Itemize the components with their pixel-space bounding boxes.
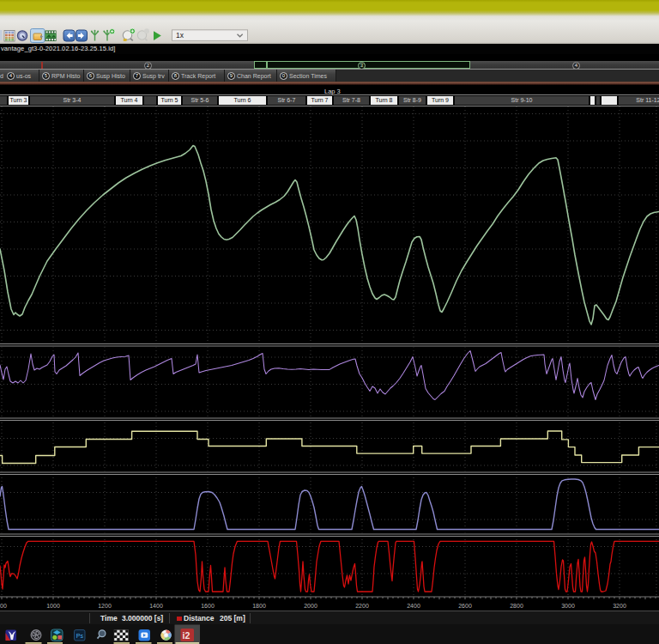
svg-text:2800: 2800 xyxy=(510,603,523,609)
svg-text:1200: 1200 xyxy=(98,603,112,609)
svg-text:3000: 3000 xyxy=(561,603,575,609)
svg-text:2400: 2400 xyxy=(407,603,420,609)
svg-text:2600: 2600 xyxy=(458,603,472,609)
svg-text:2200: 2200 xyxy=(355,603,369,609)
svg-text:800: 800 xyxy=(0,603,7,609)
svg-text:1x: 1x xyxy=(176,31,184,39)
svg-text:2000: 2000 xyxy=(304,603,317,609)
svg-text:i2: i2 xyxy=(183,630,190,641)
svg-text:1400: 1400 xyxy=(149,603,163,609)
svg-text:3200: 3200 xyxy=(613,603,626,609)
svg-text:1600: 1600 xyxy=(201,603,215,609)
svg-text:1000: 1000 xyxy=(46,603,60,609)
svg-text:Ps: Ps xyxy=(76,633,84,639)
svg-text:1800: 1800 xyxy=(252,603,266,609)
